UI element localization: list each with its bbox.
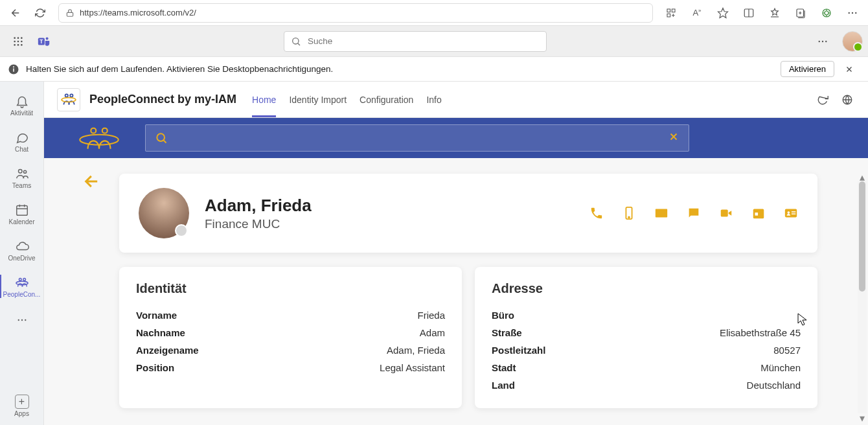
schedule-button[interactable] (751, 206, 766, 220)
rail-item-activity[interactable]: Aktivität (0, 87, 44, 123)
rail-label: OneDrive (8, 255, 35, 262)
address-bar[interactable]: https://teams.microsoft.com/v2/ (58, 3, 653, 23)
vertical-scrollbar[interactable]: ▴ ▾ (858, 172, 867, 422)
app-rail: Aktivität Chat Teams Kalender OneDrive P… (0, 82, 44, 425)
tab-home[interactable]: Home (252, 83, 276, 117)
chat-button[interactable] (687, 206, 701, 220)
calendar-icon (751, 206, 766, 220)
identity-row: PositionLegal Assistant (136, 359, 445, 376)
svg-point-25 (822, 40, 823, 41)
rail-item-calendar[interactable]: Kalender (0, 196, 44, 232)
activate-button[interactable]: Aktivieren (781, 61, 834, 77)
rail-item-chat[interactable]: Chat (0, 123, 44, 159)
scroll-track[interactable] (858, 181, 867, 413)
scroll-thumb[interactable] (859, 181, 865, 292)
svg-point-12 (17, 37, 19, 39)
address-row: Büro (492, 306, 801, 324)
clear-search-button[interactable] (668, 131, 680, 145)
peopleconnect-icon (15, 275, 29, 290)
svg-rect-2 (672, 9, 675, 12)
scroll-down-button[interactable]: ▾ (858, 413, 867, 422)
people-search-box[interactable] (145, 124, 689, 152)
ellipsis-icon (817, 36, 828, 47)
arrow-left-icon (10, 7, 21, 19)
extension-icon (821, 7, 832, 19)
app-tab-header: PeopleConnect by my-IAM Home Identity Im… (44, 82, 868, 118)
nav-refresh-button[interactable] (29, 3, 52, 23)
rail-label: PeopleCon... (3, 291, 41, 298)
people-search-input[interactable] (174, 133, 661, 143)
collections-button[interactable] (789, 3, 812, 23)
profile-scroll-area[interactable]: Adam, Frieda Finance MUC Identität Vorna… (44, 158, 868, 425)
teams-search-box[interactable] (284, 31, 547, 52)
svg-point-54 (788, 211, 790, 214)
rail-item-onedrive[interactable]: OneDrive (0, 232, 44, 268)
vcard-button[interactable] (784, 206, 798, 220)
address-row: StadtMünchen (492, 359, 801, 376)
close-icon (845, 65, 854, 74)
identity-card: Identität VornameFrieda NachnameAdam Anz… (119, 267, 462, 408)
more-menu-button[interactable] (841, 3, 864, 23)
teams-search-input[interactable] (308, 36, 540, 46)
collections-icon (795, 7, 806, 19)
rail-more-button[interactable] (0, 304, 44, 336)
text-size-icon: A» (692, 8, 701, 17)
teams-logo[interactable]: T (31, 34, 57, 49)
scroll-up-button[interactable]: ▴ (858, 172, 867, 181)
split-screen-button[interactable] (737, 3, 760, 23)
extensions-button[interactable] (815, 3, 838, 23)
rail-label: Teams (12, 182, 31, 189)
mobile-button[interactable] (622, 206, 636, 220)
notification-text: Halten Sie sich auf dem Laufenden. Aktiv… (26, 64, 774, 74)
close-icon (668, 131, 680, 143)
contact-card-icon (784, 206, 798, 220)
video-icon (719, 206, 733, 220)
search-icon (291, 36, 301, 47)
teams-more-button[interactable] (811, 31, 834, 52)
tab-info[interactable]: Info (426, 83, 441, 117)
svg-rect-52 (755, 212, 759, 216)
svg-rect-32 (16, 205, 27, 215)
app-title: PeopleConnect by my-IAM (89, 93, 236, 106)
svg-point-46 (157, 133, 165, 141)
info-icon (8, 63, 19, 75)
svg-point-40 (70, 94, 73, 97)
identity-row: NachnameAdam (136, 324, 445, 341)
svg-point-37 (21, 319, 22, 321)
app-grid-icon (666, 8, 676, 18)
svg-point-29 (13, 66, 14, 67)
user-avatar[interactable] (842, 31, 863, 52)
address-card: Adresse Büro StraßeElisabethstraße 45 Po… (475, 267, 817, 408)
close-notification-button[interactable] (838, 58, 860, 80)
rail-item-teams[interactable]: Teams (0, 159, 44, 196)
svg-point-19 (21, 44, 23, 46)
address-title: Adresse (492, 281, 801, 296)
chat-icon (15, 130, 29, 144)
svg-rect-1 (667, 9, 670, 12)
rail-item-peopleconnect[interactable]: PeopleCon... (0, 268, 44, 304)
profile-header-card: Adam, Frieda Finance MUC (119, 174, 817, 253)
read-aloud-button[interactable]: A» (685, 3, 709, 23)
plus-square-icon: + (15, 395, 29, 409)
svg-point-39 (65, 94, 68, 97)
open-external-button[interactable] (839, 92, 855, 108)
reload-tab-button[interactable] (815, 92, 830, 108)
back-button[interactable] (83, 172, 101, 193)
favorite-button[interactable] (711, 3, 735, 23)
svg-point-9 (852, 12, 853, 13)
favorites-list-button[interactable] (763, 3, 786, 23)
tab-identity-import[interactable]: Identity Import (289, 83, 347, 117)
svg-text:T: T (40, 38, 43, 44)
rail-label: Kalender (8, 218, 34, 225)
video-button[interactable] (719, 206, 733, 220)
apps-menu-button[interactable] (659, 3, 683, 23)
tab-configuration[interactable]: Configuration (360, 83, 413, 117)
rail-apps-button[interactable]: + Apps (0, 386, 44, 425)
svg-point-43 (91, 128, 96, 133)
waffle-button[interactable] (5, 36, 31, 47)
call-button[interactable] (589, 206, 604, 220)
svg-point-36 (17, 319, 19, 321)
nav-back-button[interactable] (4, 3, 27, 23)
email-button[interactable] (654, 206, 668, 220)
svg-point-15 (17, 40, 19, 42)
